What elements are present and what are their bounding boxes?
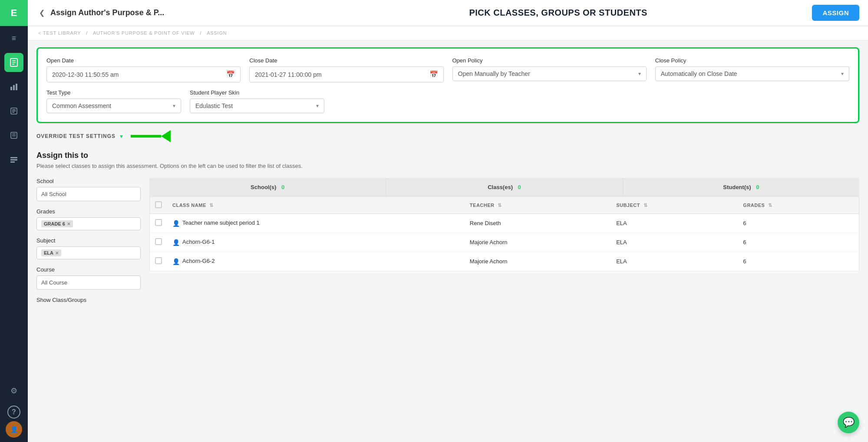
row-1-subject: ELA [611, 214, 738, 233]
chevron-down-icon-type: ▾ [173, 103, 175, 109]
select-all-checkbox[interactable] [155, 201, 162, 208]
close-date-group: Close Date 2021-01-27 11:00:00 pm 📅 [249, 57, 443, 82]
row-2-subject: ELA [611, 233, 738, 252]
override-section: OVERRIDE TEST SETTINGS ▾ [36, 130, 859, 142]
spacer2 [596, 89, 850, 113]
svg-rect-11 [11, 132, 17, 138]
close-policy-label: Close Policy [655, 57, 849, 64]
breadcrumb-item-3: ASSIGN [207, 30, 227, 36]
row-1-teacher: Rene Diseth [465, 214, 611, 233]
open-date-input[interactable]: 2020-12-30 11:50:55 am 📅 [46, 66, 241, 82]
tab-row: School(s) 0 Class(es) 0 Student(s) 0 [149, 178, 859, 196]
avatar[interactable]: 👤 [6, 421, 22, 438]
row-3-checkbox-cell [150, 252, 168, 271]
tab-schools[interactable]: School(s) 0 [149, 178, 386, 196]
tab-classes[interactable]: Class(es) 0 [386, 178, 623, 196]
table-header: CLASS NAME ⇅ TEACHER ⇅ SUBJECT ⇅ GRADES … [150, 197, 859, 214]
settings-box: Open Date 2020-12-30 11:50:55 am 📅 Close… [36, 47, 859, 123]
topbar: ❮ Assign Author's Purpose & P... PICK CL… [28, 0, 868, 26]
row-1-class-name: 👤 Teacher name subject period 1 [167, 214, 465, 233]
svg-rect-5 [13, 85, 15, 90]
schools-count: 0 [281, 184, 284, 190]
course-input[interactable] [36, 275, 141, 290]
school-filter: School [36, 178, 141, 201]
svg-rect-14 [10, 157, 17, 158]
tab-students-label: Student(s) [723, 184, 751, 190]
course-label: Course [36, 266, 141, 273]
table-row: 👤 Teacher name subject period 1 Rene Dis… [150, 214, 859, 233]
chat-support-button[interactable]: 💬 [838, 412, 859, 433]
row-3-teacher: Majorie Achorn [465, 252, 611, 271]
settings-row-2: Test Type Common Assessment ▾ Student Pl… [46, 89, 849, 113]
sort-grades-icon: ⇅ [768, 203, 772, 208]
sidebar-item-list3[interactable] [4, 150, 23, 169]
svg-rect-15 [10, 159, 17, 160]
breadcrumb-separator-1: / [86, 30, 89, 36]
show-class-label[interactable]: Show Class/Groups [36, 297, 141, 303]
close-date-input[interactable]: 2021-01-27 11:00:00 pm 📅 [249, 66, 443, 82]
ela-tag: ELA ✕ [41, 249, 61, 256]
open-policy-select[interactable]: Open Manually by Teacher ▾ [452, 66, 647, 81]
th-teacher[interactable]: TEACHER ⇅ [465, 197, 611, 214]
class-table: CLASS NAME ⇅ TEACHER ⇅ SUBJECT ⇅ GRADES … [149, 196, 859, 271]
filters-panel: School Grades GRADE 6 ✕ Subject ELA ✕ [36, 178, 141, 310]
course-filter: Course [36, 266, 141, 290]
table-area: School(s) 0 Class(es) 0 Student(s) 0 [149, 178, 859, 310]
grades-label: Grades [36, 208, 141, 215]
arrow-shaft [131, 135, 161, 138]
sidebar-logo[interactable]: E [0, 0, 28, 26]
spacer1 [333, 89, 587, 113]
sidebar-item-list2[interactable] [4, 126, 23, 145]
tab-schools-label: School(s) [251, 184, 276, 190]
sidebar-item-assignment[interactable] [4, 53, 23, 72]
row-1-checkbox[interactable] [155, 219, 162, 226]
row-2-grade: 6 [738, 233, 859, 252]
sidebar-item-settings[interactable]: ⚙ [4, 381, 23, 400]
close-policy-group: Close Policy Automatically on Close Date… [655, 57, 849, 82]
remove-ela-button[interactable]: ✕ [55, 251, 59, 255]
open-policy-label: Open Policy [452, 57, 647, 64]
svg-rect-16 [10, 161, 15, 163]
row-3-checkbox[interactable] [155, 257, 162, 264]
th-grades[interactable]: GRADES ⇅ [738, 197, 859, 214]
student-player-select[interactable]: Edulastic Test ▾ [190, 98, 324, 113]
grades-tags-input[interactable]: GRADE 6 ✕ [36, 217, 141, 230]
tab-students[interactable]: Student(s) 0 [623, 178, 859, 196]
collapse-sidebar-button[interactable]: ❮ [36, 8, 47, 18]
sidebar-item-help[interactable]: ? [7, 406, 20, 419]
close-policy-select[interactable]: Automatically on Close Date ▾ [655, 66, 849, 81]
svg-rect-6 [16, 84, 17, 90]
override-label[interactable]: OVERRIDE TEST SETTINGS [36, 133, 116, 139]
test-type-select[interactable]: Common Assessment ▾ [46, 98, 181, 113]
calendar-icon-close: 📅 [429, 70, 438, 79]
row-3-subject: ELA [611, 252, 738, 271]
school-input[interactable] [36, 187, 141, 201]
test-type-value: Common Assessment [52, 102, 111, 109]
assign-button[interactable]: ASSIGN [812, 5, 859, 21]
assign-section: Assign this to Please select classes to … [36, 151, 859, 310]
breadcrumb-back-link[interactable]: < TEST LIBRARY [38, 30, 81, 36]
sort-subject-icon: ⇅ [644, 203, 648, 208]
row-3-grade: 6 [738, 252, 859, 271]
th-subject[interactable]: SUBJECT ⇅ [611, 197, 738, 214]
row-2-checkbox[interactable] [155, 238, 162, 245]
open-policy-value: Open Manually by Teacher [458, 70, 530, 77]
subject-filter: Subject ELA ✕ [36, 237, 141, 259]
row-1-checkbox-cell [150, 214, 168, 233]
th-class-name[interactable]: CLASS NAME ⇅ [167, 197, 465, 214]
breadcrumb: < TEST LIBRARY / AUTHOR'S PURPOSE & POIN… [28, 26, 868, 40]
remove-grade-6-button[interactable]: ✕ [67, 222, 70, 226]
person-icon-2: 👤 [172, 239, 180, 246]
open-date-group: Open Date 2020-12-30 11:50:55 am 📅 [46, 57, 241, 82]
sidebar-item-list1[interactable] [4, 101, 23, 121]
test-type-group: Test Type Common Assessment ▾ [46, 89, 181, 113]
subject-label: Subject [36, 237, 141, 244]
subject-tags-input[interactable]: ELA ✕ [36, 246, 141, 259]
sidebar-item-chart[interactable] [4, 77, 23, 96]
class-name-text-1: Teacher name subject period 1 [182, 219, 260, 226]
class-name-text-2: Achorn-G6-1 [182, 239, 215, 245]
sidebar-item-menu[interactable]: ≡ [4, 29, 23, 48]
chevron-down-icon-player: ▾ [316, 103, 319, 109]
school-label: School [36, 178, 141, 184]
calendar-icon-open: 📅 [226, 70, 235, 79]
